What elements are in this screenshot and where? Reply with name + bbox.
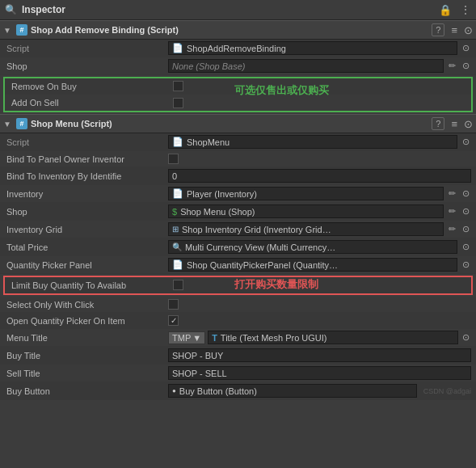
menu-title-circle[interactable]: ⊙ — [461, 332, 471, 343]
section2-script-row: Script 📄 ShopMenu ⊙ — [0, 133, 476, 151]
total-price-text: Multi Currency View (Multi Currency… — [185, 242, 335, 252]
buy-button-label: Buy Button — [6, 386, 168, 396]
bind-panel-checkbox[interactable] — [168, 154, 179, 164]
shop-label: Shop — [6, 207, 168, 217]
remove-on-buy-label: Remove On Buy — [11, 82, 173, 91]
title-T-icon: T — [212, 333, 217, 343]
quantity-picker-panel-row: Quantity Picker Panel 📄 Shop QuantityPic… — [0, 256, 476, 274]
inspector-root: 🔍 Inspector 🔒 ⋮ ▼ # Shop Add Remove Bind… — [0, 0, 476, 400]
bind-inventory-id-label: Bind To Inventory By Identifie — [6, 171, 168, 181]
inventory-circle[interactable]: ⊙ — [461, 188, 471, 199]
section1-script-row: Script 📄 ShopAddRemoveBinding ⊙ — [0, 40, 476, 57]
total-price-label: Total Price — [6, 242, 168, 252]
select-only-value — [168, 299, 471, 310]
section2-script-text: ShopMenu — [187, 137, 230, 147]
inventory-pencil[interactable]: ✏ — [447, 188, 457, 199]
inventory-field[interactable]: 📄 Player (Inventory) — [168, 187, 444, 200]
section1-shop-circle[interactable]: ⊙ — [461, 61, 471, 71]
add-on-sell-row: Add On Sell — [5, 95, 471, 111]
limit-buy-label: Limit Buy Quantity To Availab — [11, 280, 173, 290]
remove-on-buy-checkbox[interactable] — [173, 81, 183, 91]
section2-help-icon[interactable]: ? — [432, 117, 444, 130]
bind-inventory-id-text: 0 — [172, 171, 177, 181]
sell-title-value: SHOP - SELL — [168, 366, 471, 380]
section1-shop-field[interactable]: None (Shop Base) — [168, 59, 444, 73]
section1-header[interactable]: ▼ # Shop Add Remove Binding (Script) ? ≡… — [0, 20, 476, 40]
highlight-section1-wrapper: Remove On Buy Add On Sell 可选仅售出或仅购买 — [0, 77, 476, 112]
section2-script-value: 📄 ShopMenu ⊙ — [168, 135, 471, 149]
inventory-row: Inventory 📄 Player (Inventory) ✏ ⊙ — [0, 185, 476, 203]
bind-inventory-id-field[interactable]: 0 — [168, 169, 471, 183]
buy-button-row: Buy Button ● Buy Button (Button) CSDN @a… — [0, 382, 476, 400]
section1-script-circle[interactable]: ⊙ — [461, 43, 471, 53]
bind-inventory-id-value: 0 — [168, 169, 471, 183]
open-qty-picker-checkbox[interactable] — [168, 315, 179, 326]
highlight-group-section2: Limit Buy Quantity To Availab — [3, 276, 473, 295]
inventory-grid-value: ⊞ Shop Inventory Grid (Inventory Grid… ✏… — [168, 222, 471, 236]
menu-title-text: Title (Text Mesh Pro UGUI) — [221, 333, 327, 343]
inventory-grid-circle[interactable]: ⊙ — [461, 224, 471, 234]
section2-circle-btn[interactable]: ⊙ — [464, 118, 473, 130]
bind-panel-label: Bind To Panel Owner Inventor — [6, 154, 168, 164]
tmp-area: TMP ▼ T Title (Text Mesh Pro UGUI) ⊙ — [168, 331, 471, 344]
buy-title-label: Buy Title — [6, 351, 168, 360]
select-only-checkbox[interactable] — [168, 299, 179, 310]
buy-button-field[interactable]: ● Buy Button (Button) — [168, 384, 417, 398]
tmp-arrow: ▼ — [192, 333, 201, 343]
section1-script-field[interactable]: 📄 ShopAddRemoveBinding — [168, 41, 457, 55]
bind-panel-row: Bind To Panel Owner Inventor — [0, 151, 476, 167]
select-only-row: Select Only With Click — [0, 297, 476, 313]
bind-inventory-id-row: Bind To Inventory By Identifie 0 — [0, 167, 476, 185]
section2-settings-icon[interactable]: ≡ — [451, 118, 457, 130]
shop-field[interactable]: $ Shop Menu (Shop) — [168, 204, 444, 218]
section1-script-text: ShopAddRemoveBinding — [187, 44, 286, 53]
section2-script-circle[interactable]: ⊙ — [461, 137, 471, 147]
highlight-group-section1: Remove On Buy Add On Sell — [3, 77, 473, 112]
file-icon: 📄 — [172, 43, 183, 53]
sell-title-field[interactable]: SHOP - SELL — [168, 366, 471, 380]
menu-title-field[interactable]: T Title (Text Mesh Pro UGUI) — [208, 331, 458, 344]
section2-script-label: Script — [6, 137, 168, 147]
inspector-title: Inspector — [22, 4, 65, 15]
section2-header[interactable]: ▼ # Shop Menu (Script) ? ≡ ⊙ — [0, 114, 476, 133]
select-only-label: Select Only With Click — [6, 300, 168, 310]
inventory-text: Player (Inventory) — [187, 189, 257, 199]
remove-on-buy-value — [173, 81, 466, 91]
section2-script-icon: # — [16, 118, 27, 129]
inventory-grid-text: Shop Inventory Grid (Inventory Grid… — [182, 225, 331, 234]
lock-icon[interactable]: 🔒 — [439, 4, 452, 16]
section2-title: Shop Menu (Script) — [31, 119, 429, 129]
add-on-sell-label: Add On Sell — [11, 98, 173, 108]
buy-title-field[interactable]: SHOP - BUY — [168, 348, 471, 362]
tmp-dropdown[interactable]: TMP ▼ — [168, 331, 205, 344]
buy-title-value: SHOP - BUY — [168, 348, 471, 362]
inventory-label: Inventory — [6, 189, 168, 199]
section1-shop-text: None (Shop Base) — [172, 61, 246, 71]
section1-circle-btn[interactable]: ⊙ — [464, 24, 473, 36]
menu-icon[interactable]: ⋮ — [460, 3, 471, 16]
quantity-picker-panel-circle[interactable]: ⊙ — [461, 259, 471, 270]
quantity-picker-panel-text: Shop QuantityPickerPanel (Quantity… — [187, 260, 338, 270]
section1-script-icon: # — [16, 24, 27, 36]
section1-help-icon[interactable]: ? — [432, 23, 444, 36]
total-price-circle[interactable]: ⊙ — [461, 242, 471, 252]
section1-settings-icon[interactable]: ≡ — [451, 24, 457, 36]
shop-circle[interactable]: ⊙ — [461, 206, 471, 217]
limit-buy-checkbox[interactable] — [173, 280, 183, 290]
inventory-grid-icon: ⊞ — [172, 225, 179, 234]
inventory-grid-row: Inventory Grid ⊞ Shop Inventory Grid (In… — [0, 221, 476, 238]
section1-shop-row: Shop None (Shop Base) ✏ ⊙ — [0, 57, 476, 75]
shop-pencil[interactable]: ✏ — [447, 206, 457, 217]
inventory-grid-field[interactable]: ⊞ Shop Inventory Grid (Inventory Grid… — [168, 222, 444, 236]
menu-title-value: TMP ▼ T Title (Text Mesh Pro UGUI) ⊙ — [168, 331, 471, 344]
sell-title-text: SHOP - SELL — [172, 369, 227, 378]
quantity-picker-panel-field[interactable]: 📄 Shop QuantityPickerPanel (Quantity… — [168, 258, 457, 272]
inventory-file-icon: 📄 — [172, 188, 183, 199]
section1-shop-pencil[interactable]: ✏ — [447, 61, 457, 71]
add-on-sell-checkbox[interactable] — [173, 98, 183, 108]
shop-text: Shop Menu (Shop) — [180, 207, 255, 217]
section2-script-field[interactable]: 📄 ShopMenu — [168, 135, 457, 149]
section1-script-label: Script — [6, 44, 168, 53]
inventory-grid-pencil[interactable]: ✏ — [447, 224, 457, 234]
total-price-field[interactable]: 🔍 Multi Currency View (Multi Currency… — [168, 240, 457, 254]
